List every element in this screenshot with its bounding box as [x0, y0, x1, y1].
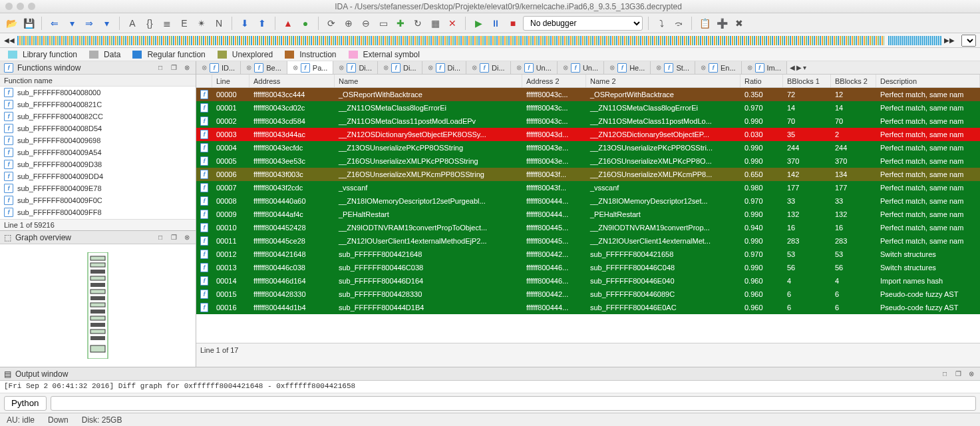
diff-row[interactable]: f00003ffffff80043d44ac__ZN12OSDictionary… — [196, 128, 980, 141]
nav-next-icon[interactable]: ▶▶ — [944, 37, 955, 44]
col-description[interactable]: Description — [876, 75, 980, 87]
nav-back-more-icon[interactable]: ▾ — [65, 16, 79, 31]
diff-row[interactable]: f00010ffffff8004452428__ZN9IODTNVRAM19co… — [196, 221, 980, 234]
functions-column-header[interactable]: Function name — [0, 75, 196, 87]
nav-fwd-more-icon[interactable]: ▾ — [99, 16, 114, 31]
xref-icon[interactable]: ✴ — [194, 16, 209, 31]
nav-fwd-icon[interactable]: ⇒ — [82, 16, 96, 31]
breakpoint-icon[interactable]: ● — [298, 16, 313, 31]
editor-tab[interactable]: ⊗fUn... — [511, 61, 558, 74]
navigation-zoom-select[interactable] — [961, 35, 976, 47]
col-bblocks2[interactable]: BBlocks 2 — [831, 75, 876, 87]
cycle-icon[interactable]: ↻ — [410, 16, 425, 31]
diff-row[interactable]: f00011ffffff800445ce28__ZN12IOUserClient… — [196, 234, 980, 248]
tab-close-icon[interactable]: ⊗ — [609, 64, 615, 71]
refresh-icon[interactable]: ⟳ — [324, 16, 339, 31]
panel-close-icon[interactable]: ⊗ — [182, 63, 192, 73]
run-icon[interactable]: ▶ — [471, 16, 486, 31]
editor-tab[interactable]: ⊗fDi... — [333, 61, 378, 74]
diff-row[interactable]: f00013ffffff800446c038sub_FFFFFF800446C0… — [196, 261, 980, 274]
diff-row[interactable]: f00012ffffff8004421648sub_FFFFFF80044216… — [196, 248, 980, 261]
tab-scroll-right-icon[interactable]: ▶ — [796, 64, 802, 71]
debugger-select[interactable]: No debugger — [523, 16, 643, 31]
diff-row[interactable]: f00001ffffff80043cd02c__ZN11OSMetaClass8… — [196, 101, 980, 114]
panel-restore-icon[interactable]: ❐ — [169, 63, 178, 73]
col-address[interactable]: Address — [249, 75, 335, 87]
pause-icon[interactable]: ⏸ — [488, 16, 503, 31]
save-icon[interactable]: 💾 — [21, 16, 36, 31]
col-name[interactable]: Name — [335, 75, 522, 87]
tab-close-icon[interactable]: ⊗ — [563, 64, 568, 71]
diff-row[interactable]: f00002ffffff80043cd584__ZN11OSMetaClass1… — [196, 114, 980, 128]
function-list-item[interactable]: fsub_FFFFFF8004009F0C — [0, 194, 196, 206]
jump-up-icon[interactable]: ⬆ — [255, 16, 269, 31]
close-window-icon[interactable] — [5, 3, 13, 10]
del-bp-icon[interactable]: ✖ — [732, 16, 746, 31]
open-file-icon[interactable]: 📂 — [4, 16, 19, 31]
nav-prev-icon[interactable]: ◀◀ — [4, 37, 15, 44]
text-view-icon[interactable]: A — [125, 16, 140, 31]
enum-icon[interactable]: E — [177, 16, 192, 31]
diff-row[interactable]: f00000ffffff80043cc444_OSReportWithBackt… — [196, 88, 980, 101]
tab-close-icon[interactable]: ⊗ — [339, 64, 344, 71]
delete-icon[interactable]: ✕ — [445, 16, 460, 31]
jump-down-icon[interactable]: ⬇ — [238, 16, 252, 31]
bp-list-icon[interactable]: 📋 — [697, 16, 712, 31]
function-list-item[interactable]: fsub_FFFFFF8004009DD4 — [0, 170, 196, 182]
tab-close-icon[interactable]: ⊗ — [701, 64, 706, 71]
diff-row[interactable]: f00014ffffff800446d164sub_FFFFFF800446D1… — [196, 274, 980, 288]
step-over-icon[interactable]: ⤼ — [671, 16, 686, 31]
panel-minimize-icon[interactable]: □ — [940, 369, 949, 379]
editor-tab[interactable]: ⊗fPa... — [287, 61, 334, 74]
nav-back-icon[interactable]: ⇐ — [47, 16, 62, 31]
stop-debug-icon[interactable]: ■ — [506, 16, 520, 31]
tab-close-icon[interactable]: ⊗ — [472, 64, 477, 71]
tab-scroll[interactable]: ◀▶▾ — [787, 61, 809, 74]
add-node-icon[interactable]: ✚ — [393, 16, 408, 31]
col-ratio[interactable]: Ratio — [740, 75, 783, 87]
diff-row[interactable]: f00015ffffff8004428330sub_FFFFFF80044283… — [196, 288, 980, 301]
tab-menu-icon[interactable]: ▾ — [803, 64, 806, 71]
panel-close-icon[interactable]: ⊗ — [182, 233, 192, 242]
diff-row[interactable]: f00016ffffff800444d1b4sub_FFFFFF800444D1… — [196, 301, 980, 314]
col-line[interactable]: Line — [212, 75, 249, 87]
editor-tab[interactable]: ⊗fSt... — [651, 61, 695, 74]
stop-icon[interactable]: ▲ — [281, 16, 295, 31]
col-bblocks1[interactable]: BBlocks 1 — [783, 75, 831, 87]
panel-close-icon[interactable]: ⊗ — [967, 369, 976, 379]
diff-row[interactable]: f00006ffffff80043f003c__Z16OSUnserialize… — [196, 168, 980, 181]
hex-icon[interactable]: ≣ — [160, 16, 174, 31]
panel-restore-icon[interactable]: ❐ — [169, 233, 178, 242]
editor-tab[interactable]: ⊗fDi... — [378, 61, 422, 74]
zoom-window-icon[interactable] — [28, 3, 35, 10]
struct-icon[interactable]: {} — [142, 16, 157, 31]
tab-close-icon[interactable]: ⊗ — [428, 64, 433, 71]
diff-row[interactable]: f00009ffffff800444af4c_PEHaltRestartffff… — [196, 208, 980, 221]
navigation-band[interactable]: ◀◀ ▶▶ — [0, 33, 980, 48]
editor-tab[interactable]: ⊗fEn... — [695, 61, 742, 74]
function-list-item[interactable]: fsub_FFFFFF80040082CC — [0, 110, 196, 122]
diff-row[interactable]: f00004ffffff80043ecfdc__Z13OSUnserialize… — [196, 141, 980, 154]
functions-list[interactable]: fsub_FFFFFF8004008000fsub_FFFFFF80040082… — [0, 87, 196, 219]
tab-close-icon[interactable]: ⊗ — [293, 64, 298, 71]
function-list-item[interactable]: fsub_FFFFFF8004009FF8 — [0, 206, 196, 218]
function-list-item[interactable]: fsub_FFFFFF8004009D38 — [0, 158, 196, 170]
editor-tab[interactable]: ⊗fUn... — [558, 61, 604, 74]
function-list-item[interactable]: fsub_FFFFFF8004008D54 — [0, 122, 196, 134]
tab-close-icon[interactable]: ⊗ — [656, 64, 661, 71]
minimize-window-icon[interactable] — [17, 3, 24, 10]
function-list-item[interactable]: fsub_FFFFFF8004009698 — [0, 134, 196, 146]
repl-language-button[interactable]: Python — [4, 396, 47, 411]
function-list-item[interactable]: fsub_FFFFFF8004009E78 — [0, 182, 196, 194]
diff-row[interactable]: f00007ffffff80043f2cdc_vsscanfffffff8004… — [196, 181, 980, 194]
panel-minimize-icon[interactable]: □ — [156, 63, 165, 73]
zoom-out-icon[interactable]: ⊖ — [359, 16, 373, 31]
editor-tab[interactable]: ⊗fDi... — [422, 61, 467, 74]
tab-close-icon[interactable]: ⊗ — [747, 64, 752, 71]
col-address2[interactable]: Address 2 — [522, 75, 586, 87]
tab-close-icon[interactable]: ⊗ — [202, 64, 207, 71]
names-icon[interactable]: N — [212, 16, 226, 31]
navigation-overview-tail[interactable] — [888, 36, 941, 45]
tab-close-icon[interactable]: ⊗ — [383, 64, 389, 71]
tab-scroll-left-icon[interactable]: ◀ — [790, 64, 795, 71]
